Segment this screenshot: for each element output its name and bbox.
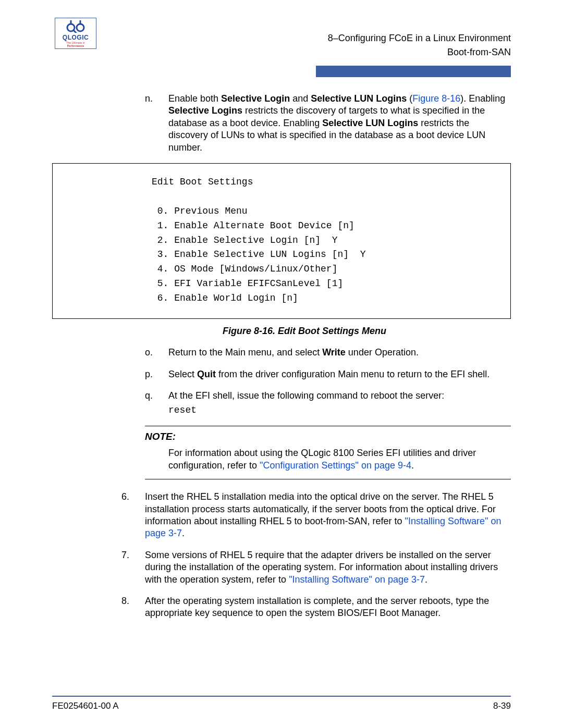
note-heading: NOTE: <box>145 430 511 443</box>
step-n: n. Enable both Selective Login and Selec… <box>145 93 511 154</box>
logo-tagline: The Ultimate in Performance <box>58 41 93 47</box>
page-header: QLOGIC The Ultimate in Performance 8–Con… <box>52 18 511 59</box>
chapter-title: 8–Configuring FCoE in a Linux Environmen… <box>328 31 511 45</box>
logo-icon <box>64 20 88 33</box>
step-6: 6. Insert the RHEL 5 installation media … <box>121 491 511 540</box>
figure-link[interactable]: Figure 8-16 <box>412 93 460 104</box>
footer-divider <box>52 696 511 697</box>
page-number: 8-39 <box>493 701 511 711</box>
logo-brand: QLOGIC <box>58 34 93 41</box>
marker: 6. <box>121 491 145 540</box>
note-body: For information about using the QLogic 8… <box>168 447 511 472</box>
marker: p. <box>145 368 168 380</box>
code-box: Edit Boot Settings 0. Previous Menu 1. E… <box>52 163 511 319</box>
content: n. Enable both Selective Login and Selec… <box>52 93 511 620</box>
doc-id: FE0254601-00 A <box>52 701 119 711</box>
section-title: Boot-from-SAN <box>328 45 511 59</box>
marker: 7. <box>121 549 145 586</box>
figure-caption: Figure 8-16. Edit Boot Settings Menu <box>121 325 511 337</box>
step-n-body: Enable both Selective Login and Selectiv… <box>168 93 511 154</box>
marker: q. <box>145 390 168 416</box>
note-divider-bottom <box>145 479 511 479</box>
step-q: q. At the EFI shell, issue the following… <box>145 390 511 416</box>
svg-point-1 <box>77 24 84 31</box>
step-7: 7. Some versions of RHEL 5 require that … <box>121 549 511 586</box>
marker: o. <box>145 347 168 359</box>
config-settings-link[interactable]: "Configuration Settings" on page 9-4 <box>260 460 411 471</box>
header-text: 8–Configuring FCoE in a Linux Environmen… <box>328 18 511 59</box>
note-divider-top <box>145 426 511 426</box>
logo: QLOGIC The Ultimate in Performance <box>55 18 96 49</box>
header-divider <box>52 66 511 77</box>
page: QLOGIC The Ultimate in Performance 8–Con… <box>0 0 563 620</box>
step-o: o. Return to the Main menu, and select W… <box>145 347 511 359</box>
footer: FE0254601-00 A 8-39 <box>52 701 511 711</box>
marker: 8. <box>121 595 145 620</box>
step-8: 8. After the operating system installati… <box>121 595 511 620</box>
step-p: p. Select Quit from the driver configura… <box>145 368 511 380</box>
installing-software-link-2[interactable]: "Installing Software" on page 3-7 <box>289 574 425 585</box>
marker: n. <box>145 93 168 154</box>
command: reset <box>168 404 511 416</box>
